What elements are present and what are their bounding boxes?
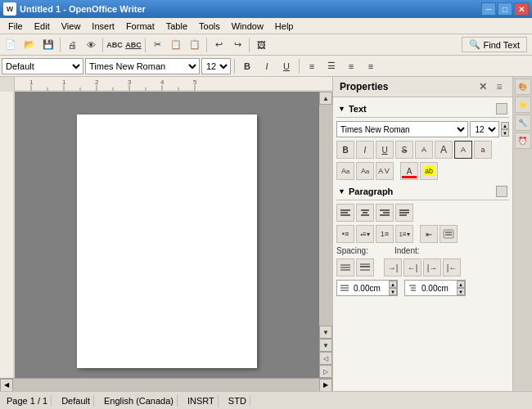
size-down-button[interactable]: ▼	[501, 129, 509, 137]
props-align-right[interactable]	[376, 204, 394, 222]
menu-help[interactable]: Help	[270, 20, 299, 33]
props-decrease-indent[interactable]: ←|	[404, 258, 422, 276]
menu-view[interactable]: View	[56, 20, 86, 33]
justify-button[interactable]: ≡	[362, 57, 380, 75]
scroll-track-v[interactable]	[319, 105, 332, 326]
spacing-value-input[interactable]	[352, 281, 389, 295]
props-spacing-button[interactable]: AV	[376, 162, 394, 180]
copy-button[interactable]: 📋	[167, 36, 185, 54]
props-small-button[interactable]: a	[474, 141, 492, 159]
scroll-track-h[interactable]	[13, 379, 319, 392]
new-button[interactable]: 📄	[2, 36, 20, 54]
align-right-button[interactable]: ≡	[342, 57, 360, 75]
indent-value-input[interactable]	[420, 281, 457, 295]
bold-button[interactable]: B	[238, 57, 256, 75]
sidebar-function-icon[interactable]: 🔧	[515, 115, 531, 131]
props-align-center[interactable]	[356, 204, 374, 222]
preview-button[interactable]: 👁	[82, 36, 100, 54]
props-outdent[interactable]: ⇤	[420, 225, 438, 243]
indent-down-button[interactable]: ▼	[457, 288, 465, 295]
props-increase-indent[interactable]: →|	[384, 258, 402, 276]
spellcheck2-button[interactable]: ABC	[124, 36, 142, 54]
size-up-button[interactable]: ▲	[501, 122, 509, 129]
props-align-justify[interactable]	[395, 204, 413, 222]
menu-format[interactable]: Format	[121, 20, 160, 33]
cut-button[interactable]: ✂	[148, 36, 166, 54]
props-indent[interactable]	[440, 225, 458, 243]
find-text-button[interactable]: 🔍 Find Text	[462, 37, 527, 52]
underline-button[interactable]: U	[277, 57, 295, 75]
props-subscript-button[interactable]: Aa	[356, 162, 374, 180]
spacing-up-button[interactable]: ▲	[389, 281, 397, 288]
props-superscript-button[interactable]: Aa	[336, 162, 354, 180]
props-bold-button[interactable]: B	[336, 141, 354, 159]
props-align-left[interactable]	[336, 204, 354, 222]
close-button[interactable]: ✕	[514, 2, 529, 16]
props-indent-left[interactable]: |←	[443, 258, 461, 276]
menu-table[interactable]: Table	[161, 20, 192, 33]
document-page[interactable]	[77, 115, 257, 368]
align-center-button[interactable]: ☰	[322, 57, 340, 75]
props-outline-button[interactable]: A	[454, 141, 472, 159]
props-unordered-list-arrow[interactable]: •≡▾	[356, 225, 374, 243]
main-toolbar: 📄 📂 💾 🖨 👁 ABC ABC ✂ 📋 📋 ↩ ↪ 🖼 🔍 Find Tex…	[0, 34, 532, 56]
props-para-spacing[interactable]	[356, 258, 374, 276]
open-button[interactable]: 📂	[20, 36, 38, 54]
props-line-spacing[interactable]	[336, 258, 354, 276]
text-section-arrow: ▼	[338, 105, 345, 113]
save-button[interactable]: 💾	[39, 36, 57, 54]
menu-edit[interactable]: Edit	[29, 20, 55, 33]
props-strike-button[interactable]: S	[395, 141, 413, 159]
menu-insert[interactable]: Insert	[87, 20, 119, 33]
spellcheck-button[interactable]: ABC	[106, 36, 124, 54]
paragraph-section-icon[interactable]	[496, 186, 507, 197]
props-bgcolor-button[interactable]: ab	[420, 162, 438, 180]
style-select[interactable]: Default	[2, 58, 83, 74]
menu-file[interactable]: File	[3, 20, 28, 33]
font-select[interactable]: Times New Roman	[85, 58, 200, 74]
scroll-next-page-button[interactable]: ▷	[319, 365, 332, 378]
props-ordered-list-arrow[interactable]: 1≡▾	[395, 225, 413, 243]
indent-up-button[interactable]: ▲	[457, 281, 465, 288]
image-button[interactable]: 🖼	[252, 36, 270, 54]
text-section-header[interactable]: ▼ Text	[336, 101, 509, 118]
props-font-select[interactable]: Times New Roman	[336, 121, 468, 137]
minimize-button[interactable]: ─	[481, 2, 496, 16]
text-section-icon[interactable]	[496, 103, 507, 115]
props-size-select[interactable]: 12	[470, 121, 499, 137]
scroll-down-button[interactable]: ▼	[319, 326, 332, 339]
properties-close-button[interactable]: ✕	[476, 80, 489, 93]
scroll-prev-page-button[interactable]: ◁	[319, 352, 332, 365]
size-select[interactable]: 12	[201, 58, 231, 74]
sidebar-clock-icon[interactable]: ⏰	[515, 133, 531, 149]
menu-window[interactable]: Window	[227, 20, 268, 33]
paste-button[interactable]: 📋	[186, 36, 204, 54]
props-unordered-list[interactable]: •≡	[336, 225, 354, 243]
redo-button[interactable]: ↪	[228, 36, 246, 54]
align-left-button[interactable]: ≡	[303, 57, 321, 75]
spacing-down-button[interactable]: ▼	[389, 288, 397, 295]
sidebar-gallery-icon[interactable]: ⭐	[515, 97, 531, 113]
italic-button[interactable]: I	[258, 57, 276, 75]
props-bigger-button[interactable]: A	[435, 141, 453, 159]
undo-button[interactable]: ↩	[210, 36, 228, 54]
props-ordered-list[interactable]: 1≡	[376, 225, 394, 243]
props-fontcolor-button[interactable]: A	[400, 162, 418, 180]
paragraph-section-header[interactable]: ▼ Paragraph	[336, 183, 509, 200]
menu-tools[interactable]: Tools	[194, 20, 225, 33]
sidebar-extensions-icon[interactable]: 🎨	[515, 79, 531, 95]
props-underline-button[interactable]: U	[376, 141, 394, 159]
scroll-left-button[interactable]: ◀	[0, 379, 13, 392]
properties-menu-button[interactable]: ≡	[493, 80, 506, 93]
props-indent-right[interactable]: |→	[423, 258, 441, 276]
scroll-up-button[interactable]: ▲	[319, 92, 332, 105]
toolbar-sep2	[102, 38, 103, 52]
print-button[interactable]: 🖨	[63, 36, 81, 54]
scroll-down2-button[interactable]: ▼	[319, 339, 332, 352]
props-italic-button[interactable]: I	[356, 141, 374, 159]
align-justify-icon	[399, 208, 410, 218]
maximize-button[interactable]: □	[498, 2, 512, 16]
scroll-right-button[interactable]: ▶	[319, 379, 332, 392]
props-shadow-button[interactable]: A	[415, 141, 433, 159]
spacing-icon-left	[339, 282, 350, 294]
